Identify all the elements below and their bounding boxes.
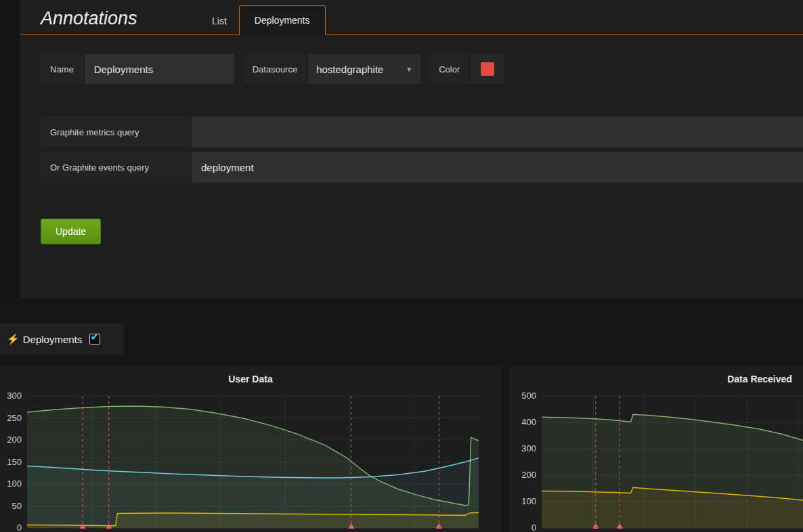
svg-text:400: 400 [521,417,536,427]
annotation-toggle-label: Deployments [23,334,83,345]
chevron-down-icon: ▼ [406,66,412,73]
tab-bar: List Deployments [200,5,326,35]
panel-title[interactable]: Data Received [509,366,803,386]
data-received-chart: 0100200300400500 [509,386,803,532]
svg-text:100: 100 [521,496,536,506]
svg-text:0: 0 [17,523,22,532]
tab-list[interactable]: List [200,7,239,35]
svg-text:250: 250 [7,413,22,423]
annotation-form-row: Name Datasource hostedgraphite ▼ Color [41,54,803,84]
tab-deployments[interactable]: Deployments [239,5,326,35]
svg-text:300: 300 [521,443,536,453]
annotation-toggle-checkbox[interactable]: ✔ [89,334,100,345]
header: Annotations List Deployments [20,0,803,35]
svg-text:150: 150 [7,457,22,467]
svg-text:100: 100 [7,479,22,489]
panel-data-received: Data Received 0100200300400500 [509,366,803,532]
svg-text:300: 300 [7,391,22,401]
color-picker[interactable] [471,54,504,84]
panel-user-data: User Data 050100150200250300 [0,366,501,532]
query-rows: Graphite metrics query Or Graphite event… [41,116,803,183]
events-query-input[interactable] [192,152,803,183]
datasource-label: Datasource [243,54,307,84]
svg-text:0: 0 [531,523,536,532]
datasource-selected-value: hostedgraphite [316,64,383,75]
metrics-query-label: Graphite metrics query [41,116,190,148]
color-label: Color [429,54,469,84]
svg-text:200: 200 [521,470,536,480]
annotation-editor: Annotations List Deployments Name Dataso… [0,0,803,298]
page-title: Annotations [41,8,200,29]
color-swatch[interactable] [481,62,494,76]
lightning-bolt-icon: ⚡ [7,333,20,345]
datasource-select[interactable]: hostedgraphite ▼ [308,54,420,84]
metrics-query-input[interactable] [192,116,803,148]
dashboard-panels: User Data 050100150200250300 Data Receiv… [0,366,803,532]
panel-title[interactable]: User Data [0,366,501,386]
checkmark-icon: ✔ [90,332,99,342]
user-data-chart: 050100150200250300 [0,386,501,532]
name-input[interactable] [85,54,234,84]
svg-text:500: 500 [521,391,536,401]
svg-text:50: 50 [12,501,22,511]
svg-text:200: 200 [7,435,22,445]
annotation-toggle[interactable]: ⚡ Deployments ✔ [0,324,124,355]
update-button[interactable]: Update [41,219,101,244]
events-query-label: Or Graphite events query [41,152,190,183]
name-label: Name [41,54,83,84]
